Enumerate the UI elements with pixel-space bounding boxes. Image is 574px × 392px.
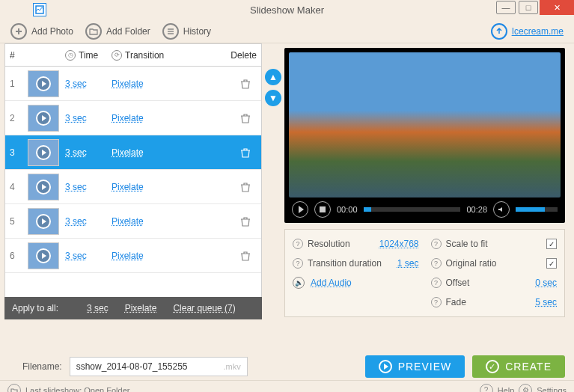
apply-all-transition[interactable]: Pixelate [125,303,157,313]
help-icon[interactable]: ? [431,239,442,249]
history-icon [162,23,179,40]
plus-icon [10,23,27,40]
play-overlay-icon [36,180,51,195]
statusbar: Last slideshow: Open Folder ? Help ⚙ Set… [0,380,574,392]
table-row[interactable]: 33 secPixelate [5,135,261,170]
mute-button[interactable] [493,201,510,218]
help-label[interactable]: Help [498,386,515,393]
resolution-value[interactable]: 1024x768 [379,239,419,249]
help-icon[interactable]: ? [293,239,303,249]
titlebar: Slideshow Maker — □ ✕ [0,0,574,19]
row-number: 2 [10,113,28,123]
play-overlay-icon [36,145,51,160]
play-overlay-icon [36,248,51,263]
settings-label[interactable]: Settings [537,386,567,393]
minimize-button[interactable]: — [496,1,516,14]
move-up-button[interactable]: ▲ [265,69,281,85]
row-time-link[interactable]: 3 sec [65,182,87,192]
add-audio-button[interactable]: 🔈 Add Audio [293,275,419,291]
window-controls: — □ ✕ [495,0,574,15]
play-button[interactable] [292,201,308,218]
move-down-button[interactable]: ▼ [265,90,281,106]
ratio-checkbox[interactable]: ✓ [546,258,557,269]
row-delete-button[interactable] [234,181,257,193]
row-transition-link[interactable]: Pixelate [112,251,144,261]
row-time-link[interactable]: 3 sec [65,147,87,158]
play-icon [379,360,392,373]
apply-all-time[interactable]: 3 sec [87,303,109,313]
row-time-link[interactable]: 3 sec [65,113,87,123]
row-number: 6 [10,251,28,261]
folder-icon [85,23,102,40]
history-button[interactable]: History [156,21,217,42]
row-thumbnail[interactable] [28,174,59,200]
maximize-button[interactable]: □ [519,1,538,14]
table-row[interactable]: 43 secPixelate [5,170,261,204]
seek-bar[interactable] [364,207,461,212]
table-row[interactable]: 53 secPixelate [5,204,261,239]
row-time-link[interactable]: 3 sec [65,79,87,89]
close-button[interactable]: ✕ [540,0,574,15]
table-row[interactable]: 63 secPixelate [5,239,261,273]
help-icon[interactable]: ? [431,278,442,288]
row-time-link[interactable]: 3 sec [65,216,87,227]
help-icon[interactable]: ? [431,258,442,269]
time-current: 00:00 [337,205,358,214]
settings-panel: ? Resolution 1024x768 ? Scale to fit ✓ ?… [284,229,565,317]
row-delete-button[interactable] [234,147,257,159]
player-controls: 00:00 00:28 [289,197,561,218]
row-transition-link[interactable]: Pixelate [112,113,144,123]
folder-icon[interactable] [7,384,21,393]
row-transition-link[interactable]: Pixelate [112,182,144,192]
setting-resolution: ? Resolution 1024x768 [293,236,419,252]
help-icon[interactable]: ? [431,297,442,307]
row-number: 5 [10,216,28,227]
app-logo [33,3,46,16]
row-thumbnail[interactable] [28,70,59,97]
stop-button[interactable] [314,201,331,218]
th-time[interactable]: ◷Time [65,50,112,61]
row-delete-button[interactable] [234,112,257,124]
create-button[interactable]: CREATE [472,355,565,378]
fade-value[interactable]: 5 sec [535,297,557,307]
brand-link-label: Icecream.me [512,26,564,37]
history-label: History [183,26,211,37]
gear-icon[interactable]: ⚙ [519,384,532,393]
row-thumbnail[interactable] [28,105,59,132]
clock-icon: ◷ [65,50,76,61]
table-row[interactable]: 13 secPixelate [5,67,261,101]
play-overlay-icon [36,214,51,229]
last-slideshow-link[interactable]: Last slideshow: Open Folder [25,386,129,393]
help-icon[interactable]: ? [480,384,493,393]
add-folder-button[interactable]: Add Folder [79,21,156,42]
clear-queue-button[interactable]: Clear queue (7) [173,303,235,313]
row-delete-button[interactable] [234,250,257,262]
row-thumbnail[interactable] [28,242,59,269]
brand-link[interactable]: Icecream.me [485,21,570,42]
row-number: 3 [10,147,28,158]
row-thumbnail[interactable] [28,208,59,235]
help-icon[interactable]: ? [293,258,303,269]
row-transition-link[interactable]: Pixelate [112,79,144,89]
add-photo-label: Add Photo [31,26,73,37]
add-photo-button[interactable]: Add Photo [4,21,79,42]
filename-input[interactable] [76,361,224,372]
apply-all-bar: Apply to all: 3 sec Pixelate Clear queue… [4,297,262,319]
window-title: Slideshow Maker [250,4,324,16]
th-num: # [10,50,28,61]
row-time-link[interactable]: 3 sec [65,251,87,261]
row-thumbnail[interactable] [28,139,59,166]
row-transition-link[interactable]: Pixelate [112,216,144,227]
row-transition-link[interactable]: Pixelate [112,147,144,158]
toolbar: Add Photo Add Folder History Icecream.me [0,19,574,43]
table-row[interactable]: 23 secPixelate [5,101,261,135]
transdur-value[interactable]: 1 sec [397,258,419,269]
scale-checkbox[interactable]: ✓ [546,239,557,249]
row-delete-button[interactable] [234,78,257,90]
preview-button[interactable]: PREVIEW [365,355,465,378]
th-transition[interactable]: ⟳Transition [112,50,222,61]
row-delete-button[interactable] [234,215,257,227]
th-delete: Delete [222,50,257,61]
volume-bar[interactable] [516,207,558,212]
offset-value[interactable]: 0 sec [535,278,557,288]
